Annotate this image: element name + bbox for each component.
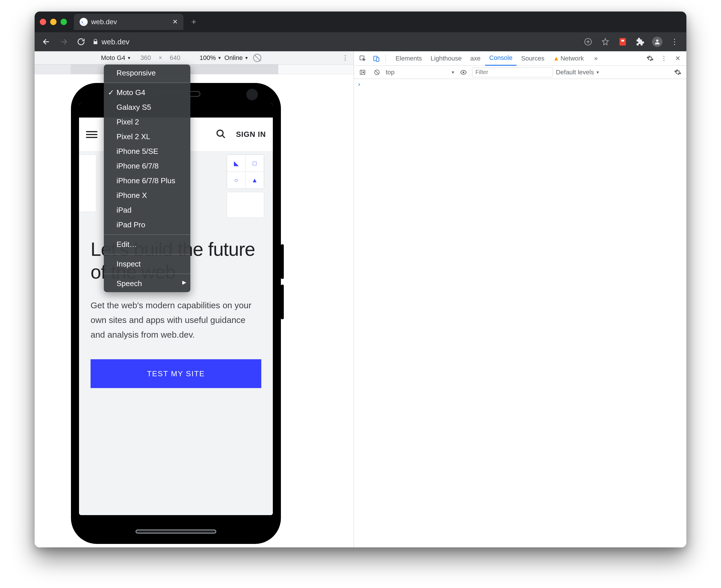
chevron-down-icon: ▼ xyxy=(596,70,600,75)
device-dropdown-menu: Responsive Moto G4Galaxy S5Pixel 2Pixel … xyxy=(104,65,191,292)
device-emulator-pane: Moto G4 ▼ 360 × 640 100% ▼ Online ▼ ⋮ xyxy=(35,51,354,547)
svg-point-4 xyxy=(217,130,223,136)
url-text: web.dev xyxy=(101,38,129,46)
content-area: Moto G4 ▼ 360 × 640 100% ▼ Online ▼ ⋮ xyxy=(35,51,686,547)
devtools-tab-lighthouse[interactable]: Lighthouse xyxy=(426,51,466,66)
browser-window: ›_ web.dev ✕ + web.dev xyxy=(35,12,686,547)
settings-button[interactable] xyxy=(644,53,656,64)
add-to-button[interactable] xyxy=(580,34,596,49)
extension-1-icon[interactable] xyxy=(615,34,630,49)
tab-strip: ›_ web.dev ✕ + xyxy=(35,12,686,32)
context-select[interactable]: top ▼ xyxy=(386,68,455,76)
devtools-tab-sources[interactable]: Sources xyxy=(517,51,548,66)
menu-item-speech[interactable]: Speech xyxy=(104,276,191,291)
devtools-tab-axe[interactable]: axe xyxy=(466,51,484,66)
test-my-site-button[interactable]: TEST MY SITE xyxy=(91,359,261,388)
profile-button[interactable] xyxy=(649,34,665,49)
shape-icon: ▲ xyxy=(245,172,264,189)
ruler xyxy=(35,65,354,74)
log-levels-label: Default levels xyxy=(556,68,594,76)
menu-item-device[interactable]: Pixel 2 xyxy=(104,115,191,129)
menu-item-device[interactable]: Moto G4 xyxy=(104,85,191,100)
toggle-device-toolbar-button[interactable] xyxy=(370,53,382,64)
menu-item-device[interactable]: Galaxy S5 xyxy=(104,100,191,115)
bookmark-button[interactable] xyxy=(598,34,613,49)
devtools-tab-console[interactable]: Console xyxy=(485,51,517,66)
menu-item-device[interactable]: iPad xyxy=(104,203,191,217)
no-rotate-icon[interactable] xyxy=(252,52,263,64)
device-toolbar: Moto G4 ▼ 360 × 640 100% ▼ Online ▼ ⋮ xyxy=(35,51,354,65)
tab-label: Lighthouse xyxy=(430,55,462,62)
lock-icon xyxy=(92,39,99,45)
svg-point-10 xyxy=(463,71,464,73)
device-width-input[interactable]: 360 xyxy=(136,54,156,62)
back-button[interactable] xyxy=(39,34,54,49)
card-thumbnail xyxy=(79,154,96,212)
device-height-input[interactable]: 640 xyxy=(165,54,185,62)
console-toolbar: top ▼ Default levels ▼ xyxy=(354,66,686,79)
avatar-icon xyxy=(652,37,662,47)
dimension-separator: × xyxy=(159,55,162,61)
device-toolbar-menu[interactable]: ⋮ xyxy=(341,54,349,62)
browser-tab[interactable]: ›_ web.dev ✕ xyxy=(74,14,183,30)
zoom-window-button[interactable] xyxy=(61,19,67,25)
chevron-down-icon: ▼ xyxy=(451,70,455,75)
warning-icon: ▲ xyxy=(553,55,560,62)
more-tabs-button[interactable]: » xyxy=(590,51,602,66)
zoom-select[interactable]: 100% ▼ xyxy=(200,54,221,62)
zoom-label: 100% xyxy=(200,54,216,62)
devtools-tab-elements[interactable]: Elements xyxy=(392,51,426,66)
hamburger-menu-icon[interactable] xyxy=(86,131,98,138)
hero-subheading: Get the web's modern capabilities on you… xyxy=(91,298,261,342)
menu-item-edit[interactable]: Edit… xyxy=(104,237,191,252)
close-window-button[interactable] xyxy=(40,19,46,25)
browser-menu-button[interactable]: ⋮ xyxy=(667,34,682,49)
search-icon[interactable] xyxy=(216,129,226,140)
devtools-tab-bar: ElementsLighthouseaxeConsoleSources▲Netw… xyxy=(354,51,686,66)
home-bar-icon xyxy=(136,529,216,533)
tab-label: Elements xyxy=(395,55,422,62)
menu-item-device[interactable]: Pixel 2 XL xyxy=(104,129,191,144)
browser-toolbar: web.dev ⋮ xyxy=(35,32,686,51)
sign-in-link[interactable]: SIGN IN xyxy=(236,130,266,139)
menu-item-responsive[interactable]: Responsive xyxy=(104,66,191,80)
filter-input[interactable] xyxy=(472,67,553,77)
tab-title: web.dev xyxy=(91,18,169,26)
traffic-lights xyxy=(40,19,67,25)
tab-label: Console xyxy=(489,54,513,62)
devtools-tab-network[interactable]: ▲Network xyxy=(549,51,588,66)
console-output[interactable]: › xyxy=(354,79,686,547)
close-tab-button[interactable]: ✕ xyxy=(173,18,178,26)
svg-rect-1 xyxy=(620,38,626,45)
clear-console-button[interactable] xyxy=(371,66,383,78)
forward-button[interactable] xyxy=(56,34,72,49)
svg-rect-2 xyxy=(621,40,624,41)
close-devtools-button[interactable]: ✕ xyxy=(672,53,683,64)
log-levels-select[interactable]: Default levels ▼ xyxy=(556,68,600,76)
minimize-window-button[interactable] xyxy=(50,19,57,25)
device-select[interactable]: Moto G4 ▼ xyxy=(99,54,133,62)
toggle-console-sidebar-button[interactable] xyxy=(357,66,368,78)
shape-icon: ◣ xyxy=(227,155,245,172)
menu-item-device[interactable]: iPhone 5/SE xyxy=(104,144,191,159)
shape-icon: □ xyxy=(245,155,264,172)
console-settings-button[interactable] xyxy=(672,66,683,78)
new-tab-button[interactable]: + xyxy=(187,16,200,28)
favicon-icon: ›_ xyxy=(80,18,88,26)
menu-item-device[interactable]: iPhone 6/7/8 Plus xyxy=(104,173,191,188)
volume-button-icon xyxy=(281,285,284,319)
devtools-pane: ElementsLighthouseaxeConsoleSources▲Netw… xyxy=(354,51,686,547)
reload-button[interactable] xyxy=(73,34,89,49)
menu-item-device[interactable]: iPad Pro xyxy=(104,217,191,232)
throttle-select[interactable]: Online ▼ xyxy=(224,54,248,62)
menu-item-device[interactable]: iPhone X xyxy=(104,188,191,203)
address-bar[interactable]: web.dev xyxy=(92,38,129,46)
live-expression-button[interactable] xyxy=(458,66,469,78)
menu-item-device[interactable]: iPhone 6/7/8 xyxy=(104,159,191,173)
extensions-button[interactable] xyxy=(632,34,648,49)
volume-button-icon xyxy=(281,244,284,279)
inspect-element-button[interactable] xyxy=(357,53,368,64)
throttle-label: Online xyxy=(224,54,243,62)
devtools-menu-button[interactable]: ⋮ xyxy=(658,53,670,64)
menu-item-inspect[interactable]: Inspect xyxy=(104,257,191,271)
